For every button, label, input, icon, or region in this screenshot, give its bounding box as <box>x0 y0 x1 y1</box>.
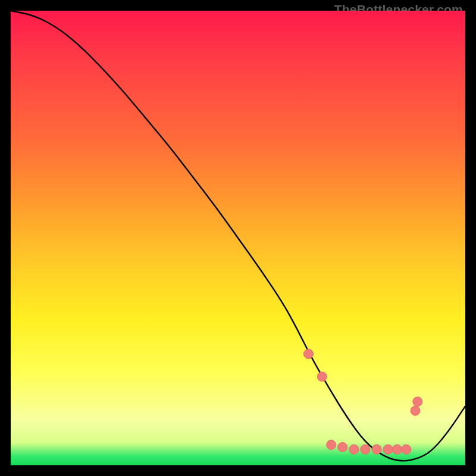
curve-marker <box>303 349 313 359</box>
curve-marker <box>338 442 347 452</box>
curve-marker <box>383 444 393 454</box>
chart-frame: TheBottlenecker.com <box>0 0 476 476</box>
curve-marker <box>361 444 370 454</box>
curve-marker <box>413 397 422 406</box>
curve-marker <box>392 444 402 454</box>
curve-marker <box>402 444 411 454</box>
curve-marker <box>317 372 327 381</box>
curve-marker <box>349 444 359 454</box>
curve-layer <box>11 11 465 465</box>
bottleneck-curve <box>11 11 465 461</box>
curve-marker <box>372 444 381 454</box>
curve-marker <box>411 406 420 415</box>
plot-area <box>11 11 465 465</box>
curve-marker <box>327 440 336 450</box>
